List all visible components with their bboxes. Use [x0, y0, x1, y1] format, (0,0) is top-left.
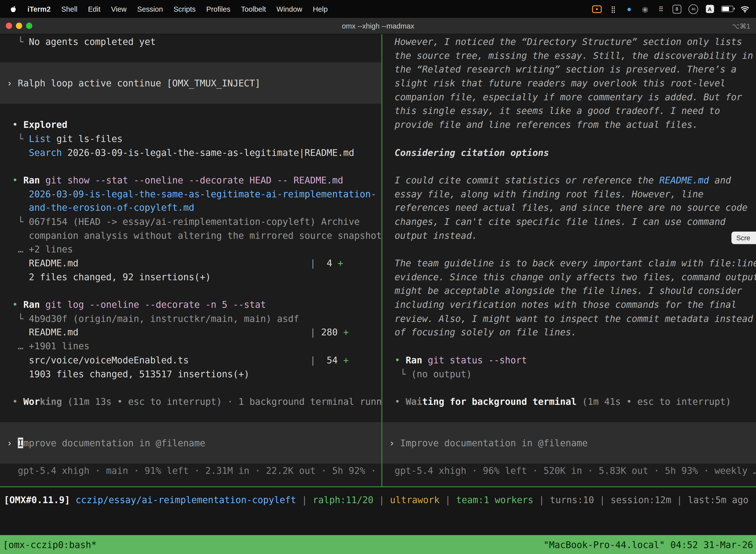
apple-logo-icon — [9, 4, 17, 13]
terminal-line: └ List git ls-files — [0, 131, 381, 146]
terminal-line: • Ran git log --oneline --decorate -n 5 … — [0, 297, 381, 312]
omx-status-line: [OMX#0.11.9] cczip/essay/ai-reimplementa… — [0, 493, 756, 507]
terminal-line: └ (no output) — [382, 367, 756, 381]
terminal-line — [0, 159, 381, 173]
terminal-line: including verification notes with those … — [382, 297, 756, 312]
terminal-line — [382, 242, 756, 256]
right-terminal-pane[interactable]: However, I noticed the “Directory Struct… — [382, 34, 756, 486]
terminal-line: slight risk that future readers may over… — [382, 76, 756, 90]
terminal-line: › Improve documentation in @filename — [382, 436, 756, 450]
omx-status-pane: [OMX#0.11.9] cczip/essay/ai-reimplementa… — [0, 487, 756, 535]
terminal-line: Search 2026-03-09-is-legal-the-same-as-l… — [0, 146, 381, 159]
terminal-line: • Working (11m 13s • esc to interrupt) ·… — [0, 395, 381, 408]
menu-bar-status-icons: ⣿ ● ◉ ⠿ 8 .61 A — [592, 4, 756, 13]
terminal-line: changes, I can't cite specific file line… — [382, 215, 756, 229]
terminal-line: of focusing solely on file lines. — [382, 325, 756, 339]
terminal-line: 2026-03-09-is-legal-the-same-as-legitima… — [0, 187, 381, 201]
gauge-icon[interactable]: .61 — [689, 4, 698, 13]
terminal-line — [382, 408, 756, 423]
terminal-line: output instead. — [382, 229, 756, 242]
battery-icon[interactable] — [721, 4, 734, 13]
menu-item-toolbelt[interactable]: Toolbelt — [236, 5, 271, 13]
menu-item-view[interactable]: View — [106, 5, 132, 13]
wifi-icon[interactable] — [741, 4, 749, 13]
terminal-line: might be acceptable alongside the file l… — [382, 284, 756, 298]
tmux-status-bar: [omx-cczip0:bash* "MacBook-Pro-44.local"… — [0, 535, 756, 554]
screen-share-chip[interactable]: Scre — [732, 232, 756, 244]
key-8-icon[interactable]: 8 — [673, 4, 681, 13]
terminal-line: README.md | 4 + — [0, 256, 381, 270]
left-pane-status-line: gpt-5.4 xhigh · main · 91% left · 2.31M … — [0, 464, 381, 478]
desktop: iTerm2 Shell Edit View Session Scripts P… — [0, 0, 756, 554]
window-shortcut-badge: ⌥⌘1 — [732, 22, 750, 30]
terminal-line: 1903 files changed, 513517 insertions(+) — [0, 367, 381, 381]
terminal-line — [0, 381, 381, 395]
terminal-line: I could cite commit statistics or refere… — [382, 173, 756, 187]
dark-app-icon[interactable]: ◉ — [641, 4, 649, 13]
terminal-line: essay file, along with finding root file… — [382, 187, 756, 201]
input-source-icon[interactable]: A — [705, 4, 714, 13]
terminal-line: The team guideline is to back every impo… — [382, 256, 756, 270]
menu-item-shell[interactable]: Shell — [56, 5, 83, 13]
terminal-line: review. Also, I might want to inspect th… — [382, 312, 756, 325]
terminal-line: the “Related research writing” section i… — [382, 62, 756, 76]
terminal-line: • Ran git status --short — [382, 353, 756, 367]
tmux-session-label: [omx-cczip0:bash* — [3, 539, 97, 550]
menu-item-iterm2[interactable]: iTerm2 — [22, 5, 56, 13]
terminal-line: └ No agents completed yet — [0, 35, 381, 49]
ralph-loop-banner: › Ralph loop active continue [OMX_TMUX_I… — [0, 62, 381, 104]
terminal-panes: └ No agents completed yet › Ralph loop a… — [0, 34, 756, 486]
terminal-line — [0, 284, 381, 298]
terminal-line: └ 067f154 (HEAD -> essay/ai-reimplementa… — [0, 215, 381, 229]
menu-item-session[interactable]: Session — [132, 5, 169, 13]
terminal-line: src/voice/voiceModeEnabled.ts | 54 + — [0, 353, 381, 367]
menu-item-scripts[interactable]: Scripts — [168, 5, 201, 13]
menu-bar: iTerm2 Shell Edit View Session Scripts P… — [0, 0, 756, 18]
terminal-line: evidence. Since this change only affects… — [382, 270, 756, 284]
terminal-line: references need actual files, and since … — [382, 201, 756, 215]
terminal-line — [382, 159, 756, 173]
blue-app-icon[interactable]: ● — [625, 4, 633, 13]
terminal-line: … +1901 lines — [0, 339, 381, 353]
window-title: omx --xhigh --madmax — [0, 21, 756, 30]
terminal-line: gpt-5.4 xhigh · main · 91% left · 2.31M … — [0, 464, 381, 478]
screen-recording-indicator-icon[interactable] — [592, 4, 602, 13]
terminal-line: README.md | 280 + — [0, 325, 381, 339]
menu-item-profiles[interactable]: Profiles — [201, 5, 236, 13]
menu-item-window[interactable]: Window — [271, 5, 307, 13]
right-command-input[interactable]: › Improve documentation in @filename — [382, 422, 756, 464]
app-grid-icon[interactable]: ⠿ — [657, 4, 666, 13]
left-pane-top: └ No agents completed yet — [0, 35, 381, 63]
menu-item-edit[interactable]: Edit — [82, 5, 106, 13]
terminal-line: and-the-erosion-of-copyleft.md — [0, 201, 381, 215]
terminal-line: … +2 lines — [0, 242, 381, 256]
terminal-line: • Waiting for background terminal (1m 41… — [382, 395, 756, 408]
terminal-line: [OMX#0.11.9] cczip/essay/ai-reimplementa… — [0, 493, 756, 507]
terminal-line: › Improve documentation in @filename — [0, 436, 381, 450]
terminal-line — [0, 408, 381, 423]
terminal-line: companion analysis without altering the … — [0, 229, 381, 242]
grid-icon[interactable]: ⣿ — [609, 4, 618, 13]
left-pane-body: • Explored └ List git ls-files Search 20… — [0, 104, 381, 423]
terminal-line: › Ralph loop active continue [OMX_TMUX_I… — [0, 76, 381, 90]
terminal-line: └ 4b9d30f (origin/main, instructkr/main,… — [0, 312, 381, 325]
tmux-host-clock-label: "MacBook-Pro-44.local" 04:52 31-Mar-26 — [544, 539, 753, 550]
left-terminal-pane[interactable]: └ No agents completed yet › Ralph loop a… — [0, 34, 381, 486]
window-title-bar[interactable]: omx --xhigh --madmax ⌥⌘1 — [0, 18, 756, 34]
menu-item-help[interactable]: Help — [308, 5, 333, 13]
terminal-line: provide file and line references from th… — [382, 118, 756, 132]
terminal-line — [0, 104, 381, 118]
terminal-line: gpt-5.4 xhigh · 96% left · 520K in · 5.8… — [382, 464, 756, 478]
terminal-line: However, I noticed the “Directory Struct… — [382, 35, 756, 49]
left-command-input[interactable]: › Improve documentation in @filename — [0, 422, 381, 464]
terminal-line — [382, 339, 756, 353]
terminal-line — [0, 49, 381, 63]
terminal-line: • Ran git show --stat --oneline --decora… — [0, 173, 381, 187]
apple-menu[interactable] — [0, 4, 22, 13]
terminal-line — [382, 131, 756, 146]
terminal-line: this single essay, it seems like a good … — [382, 104, 756, 118]
right-pane-status-line: gpt-5.4 xhigh · 96% left · 520K in · 5.8… — [382, 464, 756, 478]
terminal-line: • Explored — [0, 118, 381, 132]
right-pane-body: However, I noticed the “Directory Struct… — [382, 35, 756, 422]
terminal-line: the source tree, missing the essay. Stil… — [382, 49, 756, 63]
